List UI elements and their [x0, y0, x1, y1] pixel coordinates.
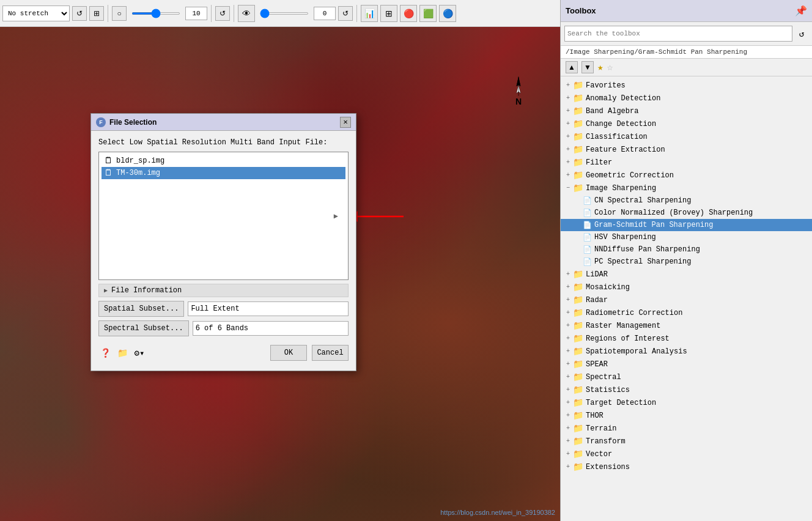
star-empty-btn[interactable]: ☆ [607, 61, 613, 73]
tree-item-radiometric[interactable]: +📁Radiometric Correction [561, 306, 812, 319]
refresh-btn-3[interactable]: ↺ [338, 6, 353, 21]
file-info-label: File Information [111, 286, 182, 295]
tree-item-raster[interactable]: +📁Raster Management [561, 319, 812, 332]
tree-item-filter[interactable]: +📁Filter [561, 156, 812, 169]
num-input-2[interactable] [314, 7, 336, 20]
spectral-subset-btn[interactable]: Spectral Subset... [98, 320, 189, 336]
track-1[interactable] [131, 12, 180, 15]
toolbox-refresh-btn[interactable]: ↺ [795, 27, 808, 40]
help-icon-btn[interactable]: ❓ [98, 346, 112, 360]
file-icon: 📄 [583, 196, 592, 205]
refresh-btn-1[interactable]: ↺ [72, 6, 87, 21]
tree-item-spatiotemporal[interactable]: +📁Spatiotemporal Analysis [561, 345, 812, 358]
file-dialog-title: File Selection [109, 118, 157, 127]
tree-item-hsv[interactable]: 📄HSV Sharpening [561, 231, 812, 243]
tree-item-imagesharp[interactable]: −📁Image Sharpening [561, 182, 812, 194]
tree-label-extensions: Extensions [586, 463, 630, 471]
tree-label-feature: Feature Extraction [586, 146, 665, 154]
file-dialog-close-btn[interactable]: ✕ [340, 117, 351, 128]
spatial-subset-input[interactable] [188, 301, 349, 316]
tree-item-regions[interactable]: +📁Regions of Interest [561, 332, 812, 345]
tree-item-extensions[interactable]: +📁Extensions [561, 460, 812, 473]
nav-up-btn[interactable]: ▲ [566, 61, 578, 73]
folder-icon-btn[interactable]: 📁 [116, 346, 129, 360]
layer-btn[interactable]: ⊞ [89, 6, 104, 21]
tree-item-nndiffuse[interactable]: 📄NNDiffuse Pan Sharpening [561, 243, 812, 256]
expand-icon-favorites: + [563, 81, 573, 91]
histogram-btn[interactable]: 📊 [361, 5, 378, 22]
toolbox-search-input[interactable] [564, 26, 792, 42]
tree-label-imagesharp: Image Sharpening [586, 184, 656, 193]
circle-btn[interactable]: ○ [112, 6, 127, 21]
tree-item-color-norm[interactable]: 📄Color Normalized (Brovey) Sharpening [561, 207, 812, 219]
toolbox-tree[interactable]: +📁Favorites+📁Anomaly Detection+📁Band Alg… [561, 76, 812, 521]
file-list-item-bldr[interactable]: 🗒 bldr_sp.img [102, 155, 345, 167]
expand-icon-spear: + [563, 360, 573, 369]
tree-item-classification[interactable]: +📁Classification [561, 130, 812, 143]
tree-item-feature[interactable]: +📁Feature Extraction [561, 143, 812, 156]
expand-icon-statistics: + [563, 385, 573, 395]
toolbox-panel: Toolbox 📌 ↺ /Image Sharpening/Gram-Schmi… [560, 0, 812, 521]
cancel-btn[interactable]: Cancel [312, 345, 349, 361]
tree-item-favorites[interactable]: +📁Favorites [561, 79, 812, 92]
file-dialog-prompt: Select Low Spatial Resolution Multi Band… [98, 138, 349, 147]
tree-item-change[interactable]: +📁Change Detection [561, 117, 812, 130]
file-info-bar[interactable]: ▶ File Information [98, 284, 349, 297]
tree-item-vector[interactable]: +📁Vector [561, 448, 812, 460]
expand-icon-raster: + [563, 321, 573, 331]
ok-btn[interactable]: OK [270, 345, 307, 361]
tree-item-anomaly[interactable]: +📁Anomaly Detection [561, 92, 812, 105]
file-list-scroll-right: ▶ [334, 212, 338, 221]
spectral-subset-input[interactable] [193, 321, 349, 336]
folder-icon: 📁 [573, 269, 583, 279]
folder-icon: 📁 [573, 385, 583, 395]
tree-label-geocorrect: Geometric Correction [586, 171, 674, 180]
tree-item-band[interactable]: +📁Band Algebra [561, 105, 812, 117]
tree-item-thor[interactable]: +📁THOR [561, 409, 812, 422]
tree-label-nndiffuse: NNDiffuse Pan Sharpening [594, 245, 700, 254]
tree-label-band: Band Algebra [586, 107, 638, 116]
tree-item-geocorrect[interactable]: +📁Geometric Correction [561, 169, 812, 182]
folder-icon: 📁 [573, 183, 583, 193]
band-btn-r[interactable]: 🔴 [400, 5, 417, 22]
eye-btn[interactable]: 👁 [238, 5, 255, 22]
tree-item-gram-schmidt[interactable]: 📄Gram-Schmidt Pan Sharpening [561, 219, 812, 231]
nav-down-btn[interactable]: ▼ [581, 61, 594, 73]
grid-btn[interactable]: ⊞ [380, 5, 397, 22]
file-icon: 📄 [583, 233, 592, 242]
tree-item-terrain[interactable]: +📁Terrain [561, 422, 812, 435]
tree-label-lidar: LiDAR [586, 270, 608, 279]
tree-item-transform[interactable]: +📁Transform [561, 435, 812, 448]
tree-label-radar: Radar [586, 296, 608, 305]
refresh-btn-2[interactable]: ↺ [215, 6, 230, 21]
expand-icon-pc-spectral [573, 257, 583, 267]
band-btn-g[interactable]: 🟩 [419, 5, 437, 22]
sep-3 [234, 5, 234, 22]
num-input-1[interactable] [185, 7, 207, 20]
tree-item-pc-spectral[interactable]: 📄PC Spectral Sharpening [561, 256, 812, 268]
spectral-subset-row: Spectral Subset... [98, 320, 349, 336]
stretch-select[interactable]: No stretch [2, 6, 70, 21]
toolbox-pin-btn[interactable]: 📌 [795, 5, 807, 17]
tree-label-target: Target Detection [586, 399, 656, 407]
tree-label-raster: Raster Management [586, 322, 660, 330]
file-dialog-title-content: F File Selection [96, 117, 157, 127]
file-name-bldr: bldr_sp.img [116, 157, 164, 165]
tree-label-statistics: Statistics [586, 386, 630, 394]
tree-item-cn[interactable]: 📄CN Spectral Sharpening [561, 194, 812, 207]
tree-item-spear[interactable]: +📁SPEAR [561, 358, 812, 371]
tree-item-lidar[interactable]: +📁LiDAR [561, 268, 812, 281]
tree-label-spear: SPEAR [586, 360, 608, 369]
star-filled-btn[interactable]: ★ [597, 61, 603, 73]
spatial-subset-btn[interactable]: Spatial Subset... [98, 301, 184, 317]
tree-item-mosaicking[interactable]: +📁Mosaicking [561, 281, 812, 294]
track-2[interactable] [260, 12, 309, 15]
tree-item-spectral[interactable]: +📁Spectral [561, 371, 812, 383]
file-list[interactable]: 🗒 bldr_sp.img 🗒 TM-30m.img ▶ [98, 152, 349, 280]
tree-item-radar[interactable]: +📁Radar [561, 294, 812, 306]
file-list-item-tm30m[interactable]: 🗒 TM-30m.img [102, 167, 345, 179]
tree-item-target[interactable]: +📁Target Detection [561, 396, 812, 409]
band-btn-b[interactable]: 🔵 [439, 5, 456, 22]
tree-item-statistics[interactable]: +📁Statistics [561, 383, 812, 396]
settings-icon-btn[interactable]: ⚙▾ [133, 346, 146, 360]
